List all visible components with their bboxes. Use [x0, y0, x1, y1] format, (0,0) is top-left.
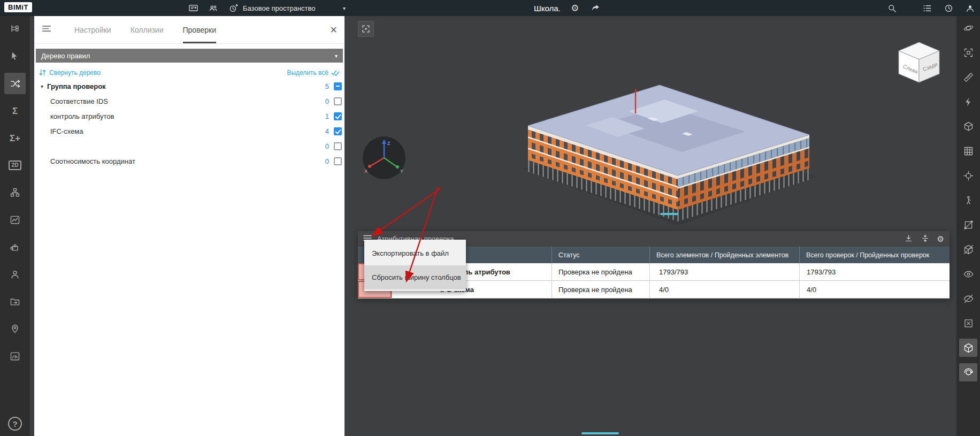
isolate-box-icon[interactable] — [959, 314, 977, 332]
user-pin-icon[interactable] — [4, 318, 26, 340]
panel-menu-icon[interactable] — [42, 24, 52, 35]
clock-add-icon[interactable] — [228, 2, 240, 14]
gizmo-y-label: Y — [400, 169, 403, 174]
board-icon[interactable] — [187, 2, 199, 14]
tree-row[interactable]: Соотносимость координат 0 — [34, 154, 344, 169]
selection-cube-icon[interactable] — [959, 339, 977, 357]
orientation-gizmo[interactable]: Z X Y — [362, 135, 407, 180]
rules-tree: ▾ Группа проверок 5 Соответствие IDS 0 к… — [34, 79, 344, 169]
menu-item-export-to-file[interactable]: Экспортировать в файл — [364, 241, 466, 265]
settings-gear-icon[interactable]: ⚙ — [569, 2, 581, 14]
select-all-link[interactable]: Выделить всё — [287, 69, 340, 77]
quick-actions-icon[interactable] — [959, 93, 977, 111]
show-eye-icon[interactable] — [959, 265, 977, 283]
elements-count-cell: 4/0 — [650, 281, 800, 298]
left-toolbar: Σ Σ+ 2D ? — [0, 16, 30, 436]
rule-checkbox[interactable] — [334, 157, 342, 165]
rule-checkbox[interactable] — [334, 112, 342, 120]
hide-eye-icon[interactable] — [959, 289, 977, 308]
building-model[interactable] — [522, 66, 826, 225]
tree-row[interactable]: 0 — [34, 139, 344, 154]
topbar-right-tools — [886, 0, 976, 16]
walkthrough-icon[interactable] — [959, 191, 977, 209]
measure-icon[interactable] — [959, 68, 977, 86]
rule-checkbox[interactable] — [334, 127, 342, 135]
fit-rows-icon[interactable] — [921, 234, 930, 244]
clash-check-icon[interactable] — [4, 73, 26, 94]
collapse-arrows-icon — [39, 68, 47, 77]
plugins-icon[interactable] — [4, 236, 26, 258]
focus-model-button[interactable] — [358, 21, 374, 37]
tab-collisions[interactable]: Коллизии — [131, 16, 164, 43]
elements-count-cell: 1793/793 — [650, 263, 800, 280]
workspace-selector[interactable]: Базовое пространство ▾ — [243, 0, 346, 16]
rules-tree-section-header[interactable]: Дерево правил ▾ — [36, 49, 343, 63]
tree-controls: Свернуть дерево Выделить всё — [39, 68, 340, 77]
close-panel-icon[interactable]: × — [330, 24, 337, 36]
model-layers-icon[interactable] — [959, 117, 977, 135]
tree-row[interactable]: Соответствие IDS 0 — [34, 94, 344, 109]
select-node-icon[interactable] — [4, 45, 26, 67]
right-toolbar — [956, 16, 980, 436]
tree-row[interactable]: ▾ Группа проверок 5 — [34, 79, 344, 94]
scan-icon — [361, 24, 371, 34]
gizmo-x-label: X — [364, 169, 368, 174]
graphs-icon[interactable] — [4, 209, 26, 231]
tree-row[interactable]: IFC-схема 4 — [34, 124, 344, 139]
rules-tree-title: Дерево правил — [41, 52, 90, 60]
account-icon[interactable] — [964, 2, 976, 14]
column-header-checks[interactable]: Всего проверок / Пройденных проверок — [800, 247, 950, 263]
app-logo[interactable]: BIMiT — [4, 2, 32, 12]
orbit-icon[interactable] — [959, 19, 977, 37]
project-header: Школа. ⚙ — [534, 0, 601, 16]
tree-row[interactable]: контроль атрибутов 1 — [34, 109, 344, 124]
panel-resize-handle[interactable] — [660, 213, 678, 215]
menu-item-reset-column-widths[interactable]: Сбросить ширину столбцов — [364, 265, 466, 289]
tab-checks[interactable]: Проверки — [183, 16, 216, 43]
gizmo-z-label: Z — [387, 141, 391, 146]
check-status-cell: Проверка не пройдена — [552, 281, 650, 298]
share-icon[interactable] — [589, 2, 601, 14]
team-icon[interactable] — [208, 2, 219, 14]
sum-icon[interactable]: Σ — [4, 100, 26, 121]
view-2d-icon[interactable]: 2D — [4, 155, 26, 176]
topbar: BIMiT Базовое пространство ▾ Школа. ⚙ — [0, 0, 980, 16]
column-header-elements[interactable]: Всего элементов / Пройденных элементов — [650, 247, 800, 263]
workspace-tools — [187, 0, 240, 16]
tab-settings[interactable]: Настройки — [74, 16, 111, 43]
table-settings-gear-icon[interactable]: ⚙ — [937, 235, 944, 243]
view-cube[interactable]: Слева Сзади — [894, 40, 944, 87]
column-header-status[interactable]: Статус — [552, 247, 650, 263]
app-root: Слева Сзади Z X Y BIMiT Базовое — [0, 0, 980, 436]
chevron-down-icon: ▾ — [343, 5, 346, 11]
viewport-scrollbar[interactable] — [581, 432, 619, 434]
sum-plus-icon[interactable]: Σ+ — [4, 127, 26, 149]
user-icon[interactable] — [4, 264, 26, 285]
dock-bottom-icon[interactable] — [904, 234, 913, 244]
section-plane-icon[interactable] — [959, 216, 977, 234]
structure-chart-icon[interactable] — [4, 182, 26, 203]
dashboard-gauge-icon[interactable] — [4, 346, 26, 367]
history-clock-icon[interactable] — [943, 2, 954, 14]
fit-view-icon[interactable] — [959, 43, 977, 62]
model-tree-icon[interactable] — [4, 18, 26, 40]
table-context-menu: Экспортировать в файл Сбросить ширину ст… — [364, 240, 466, 291]
rule-checkbox[interactable] — [334, 142, 342, 150]
help-button[interactable]: ? — [8, 417, 22, 431]
locate-target-icon[interactable] — [959, 166, 977, 185]
list-view-icon[interactable] — [921, 2, 933, 14]
rule-checkbox[interactable] — [334, 82, 342, 90]
panel-tabs: Настройки Коллизии Проверки × — [34, 16, 344, 44]
rule-count: 5 — [317, 82, 329, 90]
shared-folder-icon[interactable] — [4, 291, 26, 312]
rule-count: 0 — [317, 142, 329, 150]
workspace-label: Базовое пространство — [243, 4, 316, 12]
grid-view-icon[interactable] — [959, 142, 977, 160]
search-icon[interactable] — [886, 2, 898, 14]
checks-count-cell: 1793/793 — [800, 263, 950, 280]
expand-caret-icon[interactable]: ▾ — [41, 83, 43, 89]
clip-volume-icon[interactable] — [959, 240, 977, 258]
rotate-cube-icon[interactable] — [959, 363, 977, 381]
collapse-tree-link[interactable]: Свернуть дерево — [39, 68, 101, 77]
rule-checkbox[interactable] — [334, 97, 342, 105]
